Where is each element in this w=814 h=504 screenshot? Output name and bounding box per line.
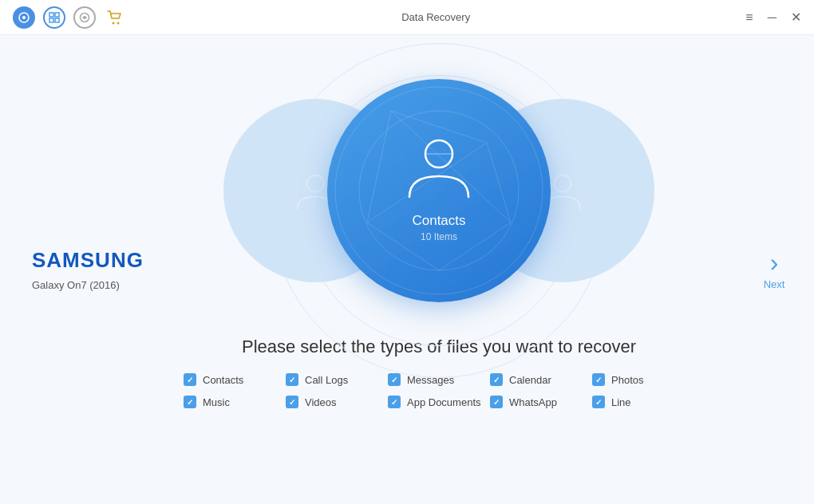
carousel-container: Contacts 10 Items: [239, 67, 638, 314]
app-icon-2[interactable]: [43, 6, 65, 29]
svg-line-16: [367, 222, 439, 270]
checkbox-music[interactable]: Music: [184, 396, 286, 408]
instruction-text: Please select the types of files you wan…: [242, 337, 636, 357]
checkbox-videos[interactable]: Videos: [286, 396, 388, 408]
window-controls: ≡ ─ ✕: [745, 11, 801, 24]
check-line[interactable]: [592, 396, 605, 408]
checkbox-messages[interactable]: Messages: [388, 373, 490, 386]
svg-point-11: [335, 87, 543, 294]
check-videos[interactable]: [286, 396, 298, 408]
main-content: SAMSUNG Galaxy On7 (2016): [0, 35, 814, 504]
check-calendar[interactable]: [490, 373, 503, 386]
svg-rect-2: [49, 13, 53, 17]
label-whatsapp: WhatsApp: [509, 396, 557, 408]
device-model: Galaxy On7 (2016): [32, 279, 144, 291]
label-music: Music: [203, 396, 230, 408]
check-photos[interactable]: [592, 373, 605, 386]
label-contacts: Contacts: [203, 374, 243, 386]
check-call-logs[interactable]: [286, 373, 298, 386]
svg-rect-4: [49, 18, 53, 22]
brand-logo: SAMSUNG: [32, 248, 144, 273]
svg-line-19: [367, 143, 487, 222]
next-label: Next: [764, 278, 785, 290]
checkbox-call-logs[interactable]: Call Logs: [286, 373, 388, 386]
svg-point-1: [22, 16, 26, 19]
minimize-button[interactable]: ─: [768, 11, 776, 24]
next-button[interactable]: › Next: [764, 250, 785, 290]
titlebar-left: [13, 6, 126, 29]
svg-point-7: [113, 22, 115, 24]
label-photos: Photos: [611, 374, 643, 386]
checkbox-app-documents[interactable]: App Documents: [388, 396, 490, 408]
circle-decoration: [327, 79, 551, 302]
main-carousel-item: Contacts 10 Items: [327, 79, 551, 302]
label-line: Line: [611, 396, 631, 408]
check-music[interactable]: [184, 396, 196, 408]
svg-rect-3: [55, 13, 59, 17]
label-videos: Videos: [305, 396, 337, 408]
left-panel: SAMSUNG Galaxy On7 (2016): [0, 35, 144, 504]
checkbox-calendar[interactable]: Calendar: [490, 373, 592, 386]
svg-line-15: [439, 222, 511, 270]
menu-button[interactable]: ≡: [745, 11, 753, 24]
check-contacts[interactable]: [184, 373, 196, 386]
file-type-grid: Contacts Call Logs Messages Calendar Pho…: [184, 373, 694, 408]
window-title: Data Recovery: [401, 11, 470, 23]
check-messages[interactable]: [388, 373, 401, 386]
label-app-documents: App Documents: [407, 396, 481, 408]
svg-point-12: [359, 111, 519, 270]
app-icon-1[interactable]: [13, 6, 35, 29]
cart-icon[interactable]: [104, 6, 126, 29]
right-panel: › Next: [734, 35, 814, 504]
svg-line-13: [391, 111, 487, 143]
svg-line-17: [367, 111, 391, 222]
checkbox-photos[interactable]: Photos: [592, 373, 694, 386]
label-messages: Messages: [407, 374, 454, 386]
checkbox-whatsapp[interactable]: WhatsApp: [490, 396, 592, 408]
label-call-logs: Call Logs: [305, 374, 348, 386]
svg-rect-5: [55, 18, 59, 22]
checkbox-line[interactable]: Line: [592, 396, 694, 408]
app-icon-3[interactable]: [73, 6, 96, 29]
close-button[interactable]: ✕: [791, 11, 801, 24]
label-calendar: Calendar: [509, 374, 551, 386]
svg-point-8: [117, 22, 120, 24]
next-chevron-icon: ›: [770, 250, 779, 275]
svg-point-10: [555, 175, 571, 192]
check-app-documents[interactable]: [388, 396, 401, 408]
svg-point-9: [307, 175, 324, 192]
checkbox-contacts[interactable]: Contacts: [184, 373, 286, 386]
center-area: Contacts 10 Items Please select the type…: [144, 35, 734, 504]
titlebar: Data Recovery ≡ ─ ✕: [0, 0, 814, 35]
svg-line-14: [487, 143, 511, 222]
check-whatsapp[interactable]: [490, 396, 503, 408]
